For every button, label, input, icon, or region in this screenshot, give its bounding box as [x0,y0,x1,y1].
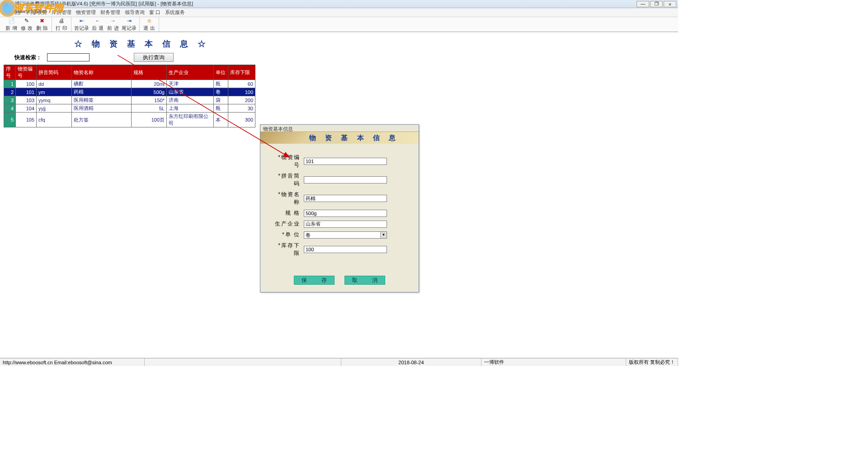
menu-window[interactable]: 窗 口 [149,9,160,16]
delete-button[interactable]: ✖删 除 [34,17,50,32]
menubar: 系统维护 门诊收费 库房管理 物资管理 财务管理 领导查询 窗 口 系统服务 [0,8,678,17]
table-header-row: 序号 物资编号 拼音简码 物资名称 规格 生产企业 单位 库存下限 [4,65,255,80]
search-label: 快速检索： [14,54,42,61]
status-company: 一博软件 [481,358,626,366]
menu-service[interactable]: 系统服务 [165,9,185,16]
input-min[interactable] [304,246,387,253]
menu-system[interactable]: 系统维护 [3,9,23,16]
content-area: ☆ 物 资 基 本 信 息 ☆ 快速检索： 执行查询 序号 物资编号 拼音简码 … [0,32,678,127]
menu-warehouse[interactable]: 库房管理 [52,9,71,16]
th-py: 拼音简码 [37,65,72,80]
dialog-body: *物资编号 *拼音简码 *物资名称 规 格 生产企业 *单 位 卷▼ *库存下限 [260,144,419,263]
last-record-button[interactable]: ⇥尾记录 [121,17,137,32]
label-py: *拼音简码 [272,172,300,188]
toolbar: 📄新 增 ✎修 改 ✖删 除 🖨打 印 ⇤首记录 ←后 退 →前 进 ⇥尾记录 … [0,17,678,32]
input-py[interactable] [304,176,387,183]
material-table[interactable]: 序号 物资编号 拼音简码 物资名称 规格 生产企业 单位 库存下限 1100dd… [4,65,255,127]
window-title: 一博门诊收费管理系统(单机版V4.6) [兖州市一博为民医院] [试用版] - … [10,0,637,7]
label-min: *库存下限 [272,242,300,257]
label-spec: 规 格 [272,209,300,217]
input-spec[interactable] [304,210,387,217]
edit-icon: ✎ [23,17,30,24]
chevron-down-icon: ▼ [380,232,387,238]
label-name: *物资名称 [272,191,300,206]
save-button[interactable]: 保 存 [294,276,335,285]
print-icon: 🖨 [58,17,65,24]
cancel-button[interactable]: 取 消 [344,276,385,285]
next-icon: → [109,17,117,24]
new-icon: 📄 [8,17,15,24]
banner-title: 物 资 基 本 信 息 [309,134,399,142]
search-input[interactable] [47,53,90,61]
th-unit: 单位 [214,65,228,80]
window-controls: — ❐ ⨉ [637,1,676,7]
label-unit: *单 位 [272,231,300,239]
first-icon: ⇤ [78,17,85,24]
page-title: ☆ 物 资 基 本 信 息 ☆ [74,38,678,49]
print-button[interactable]: 🖨打 印 [54,17,69,32]
titlebar: 一博门诊收费管理系统(单机版V4.6) [兖州市一博为民医院] [试用版] - … [0,0,678,8]
th-min: 库存下限 [228,65,255,80]
last-icon: ⇥ [126,17,133,24]
th-code: 物资编号 [16,65,37,80]
banner-image [260,132,306,144]
prev-record-button[interactable]: ←后 退 [90,17,105,32]
statusbar: http://www.eboosoft.cn Email:eboosoft@si… [0,358,678,366]
input-name[interactable] [304,195,387,202]
table-row[interactable]: 4104yyjj医用酒精5L上海瓶30 [4,104,255,113]
search-row: 快速检索： 执行查询 [14,53,678,62]
status-url: http://www.eboosoft.cn Email:eboosoft@si… [0,358,145,366]
first-record-button[interactable]: ⇤首记录 [73,17,90,32]
th-name: 物资名称 [72,65,132,80]
input-mfr[interactable] [304,221,387,228]
dialog-title: 物资基本信息 [260,125,419,132]
menu-material[interactable]: 物资管理 [76,9,96,16]
label-mfr: 生产企业 [272,220,300,228]
table-row[interactable]: 2101ym药棉500g山东省卷100 [4,88,255,96]
input-code[interactable] [304,158,387,165]
material-dialog: 物资基本信息 物 资 基 本 信 息 *物资编号 *拼音简码 *物资名称 规 格… [260,124,419,292]
th-seq: 序号 [4,65,16,80]
label-code: *物资编号 [272,154,300,169]
status-copyright: 版权所有 复制必究！ [626,358,678,366]
app-icon [2,1,8,7]
th-spec: 规格 [132,65,167,80]
next-record-button[interactable]: →前 进 [105,17,121,32]
status-date: 2018-08-24 [341,358,481,366]
new-button[interactable]: 📄新 增 [4,17,19,32]
dialog-buttons: 保 存 取 消 [260,263,419,292]
edit-button[interactable]: ✎修 改 [19,17,34,32]
table-row[interactable]: 1100dd碘酊20ml天津瓶60 [4,80,255,88]
restore-button[interactable]: ❐ [650,1,663,7]
close-button[interactable]: ⨉ [664,1,676,7]
menu-outpatient[interactable]: 门诊收费 [27,9,47,16]
minimize-button[interactable]: — [637,1,649,7]
table-row[interactable]: 3103yymq医用棉签150*济南袋200 [4,96,255,104]
prev-icon: ← [94,17,101,24]
execute-query-button[interactable]: 执行查询 [134,53,174,62]
dialog-banner: 物 资 基 本 信 息 [260,132,419,144]
exit-icon: ⎋ [146,17,153,24]
select-unit[interactable]: 卷▼ [304,231,387,239]
menu-finance[interactable]: 财务管理 [100,9,120,16]
menu-leader[interactable]: 领导查询 [125,9,145,16]
th-mfr: 生产企业 [167,65,214,80]
table-row[interactable]: 5105cfq处方签100页东方红印刷有限公司本300 [4,113,255,127]
exit-button[interactable]: ⎋退 出 [142,17,157,32]
delete-icon: ✖ [38,17,46,24]
